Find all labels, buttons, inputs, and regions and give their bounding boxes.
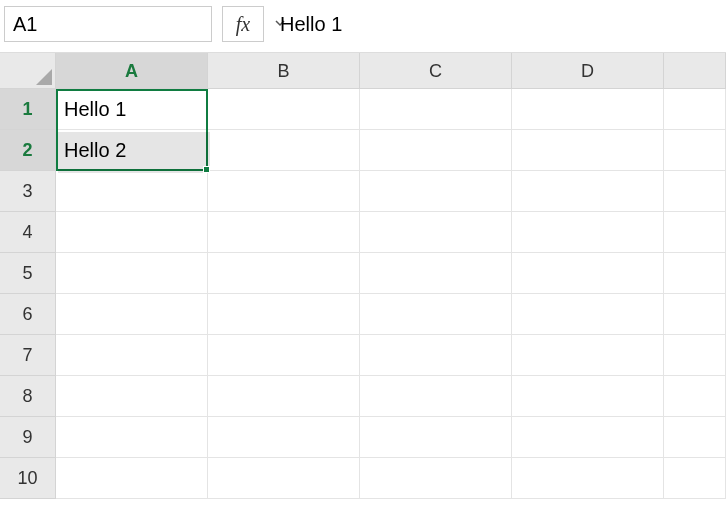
cell-c6[interactable] — [360, 294, 512, 335]
row-6: 6 — [0, 294, 726, 335]
cell-b7[interactable] — [208, 335, 360, 376]
cell-b10[interactable] — [208, 458, 360, 499]
row-3: 3 — [0, 171, 726, 212]
cell-a2[interactable]: Hello 2 — [56, 130, 208, 171]
worksheet: A B C D 1 Hello 1 2 Hello 2 3 — [0, 53, 726, 499]
cell-c10[interactable] — [360, 458, 512, 499]
cell-e10[interactable] — [664, 458, 726, 499]
cell-a5[interactable] — [56, 253, 208, 294]
row-10: 10 — [0, 458, 726, 499]
column-header-c[interactable]: C — [360, 53, 512, 89]
name-box-container — [4, 6, 212, 42]
column-header-d[interactable]: D — [512, 53, 664, 89]
cell-b2[interactable] — [208, 130, 360, 171]
cell-d8[interactable] — [512, 376, 664, 417]
cell-c7[interactable] — [360, 335, 512, 376]
cell-e5[interactable] — [664, 253, 726, 294]
row-header-5[interactable]: 5 — [0, 253, 56, 294]
rows: 1 Hello 1 2 Hello 2 3 4 — [0, 89, 726, 499]
formula-input-container — [274, 6, 722, 42]
row-header-6[interactable]: 6 — [0, 294, 56, 335]
row-9: 9 — [0, 417, 726, 458]
cell-a4[interactable] — [56, 212, 208, 253]
cell-c2[interactable] — [360, 130, 512, 171]
fx-icon: fx — [236, 13, 250, 36]
select-all-corner[interactable] — [0, 53, 56, 89]
row-7: 7 — [0, 335, 726, 376]
cell-c4[interactable] — [360, 212, 512, 253]
cell-a8[interactable] — [56, 376, 208, 417]
row-header-2[interactable]: 2 — [0, 130, 56, 171]
cell-a7[interactable] — [56, 335, 208, 376]
cell-a6[interactable] — [56, 294, 208, 335]
row-header-1[interactable]: 1 — [0, 89, 56, 130]
fill-handle[interactable] — [203, 166, 210, 173]
cell-d6[interactable] — [512, 294, 664, 335]
formula-input[interactable] — [274, 9, 722, 40]
cell-b1[interactable] — [208, 89, 360, 130]
cell-e8[interactable] — [664, 376, 726, 417]
cell-a9[interactable] — [56, 417, 208, 458]
cell-e9[interactable] — [664, 417, 726, 458]
column-header-b[interactable]: B — [208, 53, 360, 89]
cell-d10[interactable] — [512, 458, 664, 499]
row-header-9[interactable]: 9 — [0, 417, 56, 458]
cell-a3[interactable] — [56, 171, 208, 212]
cell-b5[interactable] — [208, 253, 360, 294]
cell-b4[interactable] — [208, 212, 360, 253]
row-header-3[interactable]: 3 — [0, 171, 56, 212]
cell-d7[interactable] — [512, 335, 664, 376]
cell-d5[interactable] — [512, 253, 664, 294]
cell-a10[interactable] — [56, 458, 208, 499]
cell-d4[interactable] — [512, 212, 664, 253]
cell-c8[interactable] — [360, 376, 512, 417]
cell-e6[interactable] — [664, 294, 726, 335]
cell-e7[interactable] — [664, 335, 726, 376]
row-1: 1 Hello 1 — [0, 89, 726, 130]
column-headers: A B C D — [0, 53, 726, 89]
cell-b3[interactable] — [208, 171, 360, 212]
cell-e2[interactable] — [664, 130, 726, 171]
cell-d3[interactable] — [512, 171, 664, 212]
cell-e4[interactable] — [664, 212, 726, 253]
row-8: 8 — [0, 376, 726, 417]
cell-d2[interactable] — [512, 130, 664, 171]
cell-c3[interactable] — [360, 171, 512, 212]
cell-c1[interactable] — [360, 89, 512, 130]
row-header-7[interactable]: 7 — [0, 335, 56, 376]
cell-d1[interactable] — [512, 89, 664, 130]
row-4: 4 — [0, 212, 726, 253]
row-header-4[interactable]: 4 — [0, 212, 56, 253]
cell-c9[interactable] — [360, 417, 512, 458]
row-5: 5 — [0, 253, 726, 294]
cell-d9[interactable] — [512, 417, 664, 458]
cell-e3[interactable] — [664, 171, 726, 212]
column-header-a[interactable]: A — [56, 53, 208, 89]
cell-b8[interactable] — [208, 376, 360, 417]
row-2: 2 Hello 2 — [0, 130, 726, 171]
row-header-8[interactable]: 8 — [0, 376, 56, 417]
cell-e1[interactable] — [664, 89, 726, 130]
cell-b9[interactable] — [208, 417, 360, 458]
insert-function-button[interactable]: fx — [222, 6, 264, 42]
cell-b6[interactable] — [208, 294, 360, 335]
column-header-blank[interactable] — [664, 53, 726, 89]
cell-c5[interactable] — [360, 253, 512, 294]
cell-a1[interactable]: Hello 1 — [56, 89, 208, 130]
row-header-10[interactable]: 10 — [0, 458, 56, 499]
formula-bar: fx — [0, 0, 726, 53]
